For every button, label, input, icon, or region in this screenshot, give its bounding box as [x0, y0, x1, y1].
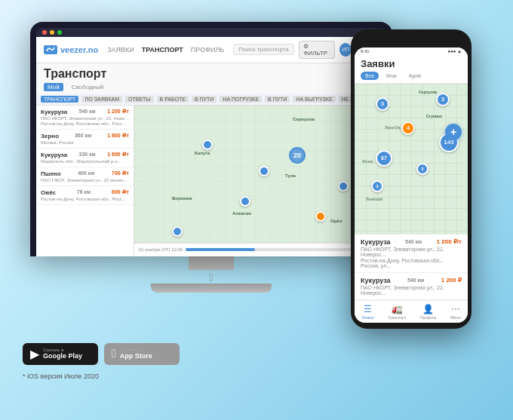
close-dot[interactable] — [42, 30, 47, 35]
minimize-dot[interactable] — [50, 30, 54, 35]
phone-map-grid: Серпухов Ступино Леха-Окс Ясное Лениский… — [355, 84, 468, 235]
map-pin[interactable] — [240, 196, 250, 207]
mobile-phone: 9:41 ●●● ▲ Заявки Все Мои Арив — [351, 29, 490, 329]
status-answers[interactable]: ОТВЕТЫ — [125, 96, 154, 103]
phone-nav-menu[interactable]: ⋯ Меню — [450, 304, 461, 320]
filter-button[interactable]: ⚙ ФИЛЬТР — [299, 41, 335, 59]
phone-map-pin[interactable]: 3 — [376, 97, 389, 111]
status-working[interactable]: В РАБОТЕ — [157, 96, 189, 103]
status-zayvki[interactable]: ПО ЗАЯВКАМ — [81, 96, 122, 103]
list-item-header: Кукуруза 540 км 1 200 ₽/т — [41, 109, 129, 115]
cargo-distance: 330 км — [78, 152, 95, 158]
nav-zayvki[interactable]: ЗАЯВКИ — [107, 46, 134, 54]
phone-map-city: Серпухов — [419, 90, 437, 94]
status-unloading[interactable]: НА ВЫГРУЗКЕ — [293, 96, 335, 103]
phone-list-item[interactable]: Кукуруза 540 км 1 200 ₽/т ПАО НКОРТ, Эле… — [355, 235, 468, 273]
phone-map-pin[interactable]: 87 — [376, 150, 392, 167]
app-store-text: Скачать в App Store — [120, 348, 152, 360]
phone-tab-my[interactable]: Мои — [382, 72, 401, 80]
list-item-header: Пшено 400 км 700 ₽/т — [41, 170, 129, 177]
app-store-name: App Store — [120, 352, 152, 360]
status-onway[interactable]: В ПУТИ — [192, 96, 217, 103]
phone-map-pin-orange[interactable]: 4 — [401, 121, 415, 135]
list-item[interactable]: Кукуруза 330 км 1 600 ₽/т Мариуполь обл.… — [36, 149, 134, 167]
list-item[interactable]: Кукуруза 540 км 1 200 ₽/т ПАО НКОРТ, Эле… — [36, 106, 134, 130]
cargo-to: Ростов-на-Дону, Ростовская обл., Россия,… — [41, 121, 129, 126]
map-cluster[interactable]: 20 — [289, 147, 306, 164]
phone-list-item[interactable]: Кукуруза 540 км 1 200 ₽ ПАО НКОРТ, Элева… — [355, 273, 468, 300]
cargo-name: Пшено — [41, 170, 61, 177]
phone-status-bar: 9:41 ●●● ▲ — [355, 48, 468, 55]
phone-tab-archive[interactable]: Арив — [404, 72, 425, 80]
cargo-distance: 400 км — [78, 170, 94, 177]
map-pin[interactable] — [202, 139, 213, 150]
list-item[interactable]: Зерно 360 км 1 800 ₽/т Москва, Россия — [36, 130, 134, 149]
list-item[interactable]: Овёс 76 км 600 ₽/т Ростов-на-Дону, Росто… — [36, 186, 134, 205]
maximize-dot[interactable] — [57, 30, 62, 35]
phone-frame: 9:41 ●●● ▲ Заявки Все Мои Арив — [351, 29, 472, 329]
menu-icon: ⋯ — [451, 304, 460, 314]
phone-time: 9:41 — [361, 49, 370, 54]
map-pin-orange[interactable] — [315, 211, 326, 222]
cargo-price: 700 ₽/т — [112, 170, 129, 177]
phone-map[interactable]: Серпухов Ступино Леха-Окс Ясное Лениский… — [355, 84, 468, 235]
cargo-from: ПАО НКОРТ, Элеваторная ул., 22, Новерос.… — [41, 116, 129, 121]
nav-profile[interactable]: ПРОФИЛЬ — [191, 46, 224, 54]
phone-tabs: Все Мои Арив — [361, 72, 462, 80]
nav-transport[interactable]: ТРАНСПОРТ — [142, 46, 183, 54]
google-play-button[interactable]: ▶ Скачать в Google Play — [23, 343, 98, 365]
phone-nav-zayvki[interactable]: ☰ Заявки — [361, 304, 373, 320]
tab-free[interactable]: Свободный — [68, 83, 108, 91]
phone-map-pin[interactable]: 3 — [436, 93, 450, 106]
monitor-screen: veezer.no ЗАЯВКИ ТРАНСПОРТ ПРОФИЛЬ Поиск… — [36, 37, 386, 256]
map-city-label: Калуга — [195, 151, 210, 155]
google-play-icon: ▶ — [30, 347, 39, 361]
status-onway2[interactable]: В ПУТИ — [265, 96, 290, 103]
avatar: ИП — [339, 43, 352, 57]
tab-my[interactable]: Мой — [44, 83, 63, 91]
status-loading[interactable]: НА ПОГРУЗКЕ — [220, 96, 262, 103]
cargo-price: 1 800 ₽/т — [107, 133, 129, 139]
app-store-button[interactable]:  Скачать в App Store — [104, 343, 180, 365]
cargo-distance: 540 км — [78, 109, 95, 115]
list-item[interactable]: Пшено 400 км 700 ₽/т ПАО ГЖОТ, Элеваторн… — [36, 167, 134, 186]
phone-nav-profile[interactable]: 👤 Профиль — [420, 304, 437, 320]
cargo-name: Зерно — [41, 133, 59, 139]
phone-signal: ●●● ▲ — [448, 49, 462, 54]
map-timeline: 01 ноября (ЧТ) 12:00 01.12 ▶ — [134, 243, 386, 256]
map-city-label: Орёл — [330, 219, 342, 223]
map-pin[interactable] — [338, 181, 349, 192]
page-title-bar: Транспорт Мой Свободный — [36, 63, 386, 94]
app-logo: veezer.no — [44, 45, 98, 54]
page-tabs: Мой Свободный — [44, 83, 379, 91]
monitor-top-bar — [36, 28, 386, 37]
status-transport[interactable]: ТРАНСПОРТ — [41, 96, 78, 103]
search-input[interactable]: Поиск транспорта — [233, 44, 294, 55]
page-title: Транспорт — [44, 67, 379, 81]
monitor-stand:  — [30, 256, 392, 293]
map-area[interactable]: Серпухов Калуга Тула Алексин Орёл Вороне… — [134, 106, 386, 256]
list-item-header: Зерно 360 км 1 800 ₽/т — [41, 133, 129, 139]
phone-map-pin[interactable]: 3 — [416, 163, 429, 175]
phone-tab-all[interactable]: Все — [361, 72, 379, 80]
cargo-price: 1 200 ₽/т — [107, 109, 129, 115]
transport-icon: 🚛 — [392, 304, 403, 314]
map-pin[interactable] — [259, 166, 269, 176]
phone-cargo-from: ПАО НКОРТ, Элеваторная ул., 22, Новерос.… — [361, 247, 462, 257]
timeline-bar[interactable] — [186, 248, 358, 251]
phone-nav-transport[interactable]: 🚛 Транспорт — [388, 304, 406, 320]
scene: veezer.no ЗАЯВКИ ТРАНСПОРТ ПРОФИЛЬ Поиск… — [8, 7, 505, 414]
logo-icon — [44, 45, 57, 54]
phone-map-city: Ясное — [362, 159, 373, 164]
ios-version-note: * iOS версия Июле 2020 — [23, 372, 99, 380]
list-item-header: Кукуруза 330 км 1 600 ₽/т — [41, 152, 129, 158]
map-city-label: Тула — [285, 173, 296, 178]
phone-cargo-price: 1 200 ₽/т — [437, 238, 462, 245]
logo-text: veezer.no — [60, 45, 98, 54]
map-city-label: Алексин — [232, 211, 251, 216]
map-pin[interactable] — [172, 226, 183, 237]
map-city-label: Воронеж — [172, 196, 192, 201]
cargo-from: ПАО ГЖОТ, Элеваторная ул., 22 мелиорации… — [41, 178, 129, 182]
phone-add-button[interactable]: + — [445, 124, 462, 140]
phone-map-pin[interactable]: 3 — [371, 180, 383, 192]
